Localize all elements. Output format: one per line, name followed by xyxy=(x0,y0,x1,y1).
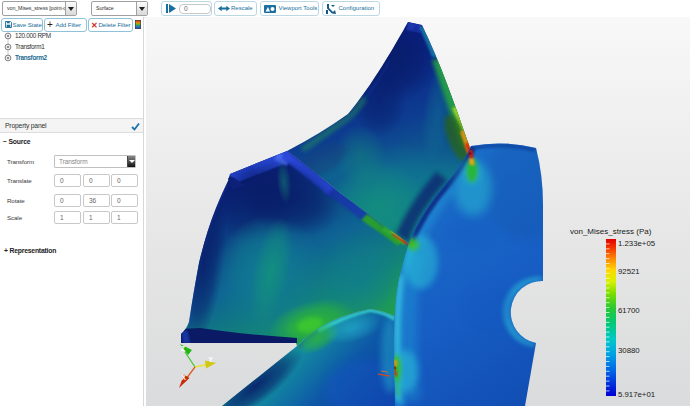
svg-text:30880: 30880 xyxy=(618,346,640,355)
svg-text:X: X xyxy=(182,374,187,381)
svg-text:61700: 61700 xyxy=(618,306,640,315)
svg-text:Z: Z xyxy=(181,345,185,352)
svg-text:Y: Y xyxy=(209,356,214,363)
svg-text:von_Mises_stress (Pa): von_Mises_stress (Pa) xyxy=(570,227,652,236)
svg-text:92521: 92521 xyxy=(618,267,640,276)
svg-text:5.917e+01: 5.917e+01 xyxy=(618,390,655,399)
svg-text:1.233e+05: 1.233e+05 xyxy=(618,239,656,248)
